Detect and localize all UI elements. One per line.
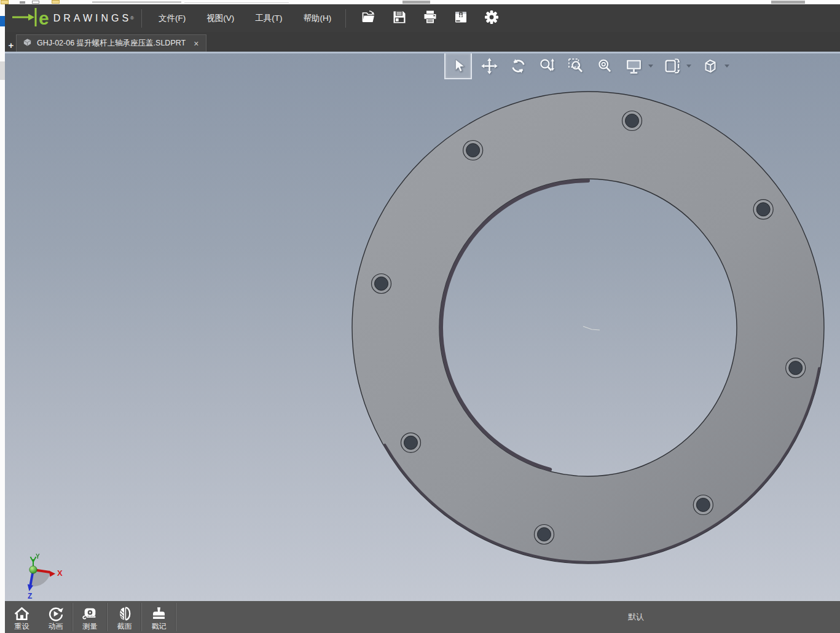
animation-icon — [47, 605, 64, 622]
select-arrow-tool-button[interactable] — [444, 53, 472, 79]
print-button[interactable] — [421, 9, 439, 28]
print-icon — [423, 10, 438, 27]
bottom-tool-section[interactable]: 截面 — [108, 601, 141, 633]
named-views-dropdown-arrow[interactable] — [685, 53, 693, 79]
background-window-fragment — [32, 1, 39, 4]
publish-icon — [453, 10, 468, 27]
bottom-tool-animation[interactable]: 动画 — [39, 601, 73, 633]
bolt-hole — [789, 361, 803, 375]
zoom-area-icon — [567, 57, 585, 75]
bolt-hole — [626, 114, 639, 128]
chevron-down-icon — [648, 65, 653, 68]
menu-view[interactable]: 视图(V) — [196, 4, 245, 32]
bottom-tool-label: 测量 — [83, 623, 98, 631]
menu-file[interactable]: 文件(F) — [148, 4, 196, 32]
background-window-fragment — [771, 1, 805, 4]
bolt-hole — [756, 203, 770, 216]
menu-separator — [345, 9, 346, 28]
bottom-tool-measure[interactable]: 测量 — [73, 601, 107, 633]
view-cube-dropdown-arrow[interactable] — [723, 53, 731, 79]
logo-arrow-icon — [11, 7, 38, 30]
background-window-fragment — [0, 16, 5, 26]
background-window-fragment — [52, 0, 60, 4]
bottom-tool-label: 动画 — [49, 623, 63, 631]
bottom-tool-label: 重设 — [15, 623, 29, 631]
zoom-in-out-icon — [538, 57, 556, 75]
edrawings-logo: e DRAWINGS ® — [11, 4, 134, 32]
bolt-hole — [466, 143, 480, 157]
background-window-fragment — [402, 1, 430, 4]
tab-bar: + GHJ-02-06 提升螺杆上轴承座压盖.SLDPRT × — [5, 32, 840, 52]
screen: e DRAWINGS ® 文件(F)视图(V)工具(T)帮助(H) + GHJ-… — [0, 0, 840, 633]
view-cube-icon — [701, 57, 719, 75]
fullscreen-dropdown-arrow[interactable] — [646, 53, 655, 79]
bottom-tool-reset[interactable]: 重设 — [5, 601, 39, 633]
background-window-left-strip — [0, 4, 5, 633]
part-canvas[interactable] — [5, 53, 840, 601]
configuration-label: 默认 — [628, 601, 644, 633]
open-button[interactable] — [359, 9, 378, 28]
viewport[interactable]: X Z Y — [5, 53, 840, 601]
bottom-tool-stamp[interactable]: 戳记 — [142, 601, 176, 633]
edrawings-window: e DRAWINGS ® 文件(F)视图(V)工具(T)帮助(H) + GHJ-… — [5, 4, 840, 633]
save-icon — [392, 10, 407, 27]
triad-x-label: X — [57, 568, 63, 578]
main-menus: 文件(F)视图(V)工具(T)帮助(H) — [148, 4, 342, 32]
save-button[interactable] — [390, 9, 409, 28]
menu-tools[interactable]: 工具(T) — [245, 4, 292, 32]
document-tab[interactable]: GHJ-02-06 提升螺杆上轴承座压盖.SLDPRT × — [16, 34, 206, 52]
named-views-icon — [663, 57, 681, 75]
part-icon — [22, 37, 33, 50]
new-tab-button[interactable]: + — [6, 39, 16, 50]
chevron-down-icon — [686, 65, 691, 68]
reset-home-icon — [14, 605, 30, 622]
logo-e: e — [39, 9, 49, 28]
background-window-fragment — [1, 0, 9, 4]
bolt-hole — [375, 277, 388, 290]
pan-icon — [481, 57, 498, 75]
tab-close-icon[interactable]: × — [194, 39, 198, 48]
menu-separator — [141, 9, 142, 28]
chevron-down-icon — [724, 65, 729, 68]
view-cube-tool-button[interactable] — [697, 53, 722, 79]
background-window-fragment — [20, 1, 25, 4]
rotate-tool-button[interactable] — [506, 53, 530, 79]
logo-brand-name: DRAWINGS — [53, 13, 131, 24]
bottom-toolbar-items: 重设动画测量截面戳记 — [5, 601, 176, 633]
bottom-toolbar-separator — [176, 603, 176, 631]
menu-help[interactable]: 帮助(H) — [293, 4, 342, 32]
background-window-fragment — [92, 1, 181, 3]
settings-gear-button[interactable] — [482, 9, 501, 28]
fullscreen-icon — [625, 57, 643, 75]
publish-button[interactable] — [452, 9, 470, 28]
tab-title: GHJ-02-06 提升螺杆上轴承座压盖.SLDPRT — [37, 38, 186, 49]
triad-x-arrow — [49, 571, 55, 577]
section-icon — [116, 605, 133, 622]
settings-gear-icon — [484, 10, 499, 27]
bolt-hole — [696, 498, 710, 512]
background-window-fragment — [184, 2, 289, 3]
triad-y-label: Y — [36, 553, 40, 560]
triad-z-label: Z — [28, 592, 32, 600]
zoom-in-out-tool-button[interactable] — [535, 53, 559, 79]
bolt-hole — [537, 527, 551, 541]
origin-mark — [583, 326, 600, 330]
zoom-fit-tool-button[interactable] — [592, 53, 617, 79]
zoom-fit-icon — [596, 57, 614, 75]
bottom-tool-label: 戳记 — [152, 623, 167, 631]
named-views-tool-button[interactable] — [659, 53, 684, 79]
background-window-fragment — [0, 61, 5, 80]
open-icon — [361, 10, 376, 27]
stamp-icon — [151, 605, 167, 622]
logo-registered-mark: ® — [130, 15, 134, 21]
fullscreen-tool-button[interactable] — [621, 53, 646, 79]
bottom-toolbar: 重设动画测量截面戳记 默认 — [5, 601, 840, 633]
pan-tool-button[interactable] — [477, 53, 501, 79]
bottom-tool-label: 截面 — [117, 623, 132, 631]
quick-toolbar — [359, 9, 501, 28]
orientation-triad: X Z Y — [22, 551, 71, 601]
bolt-hole — [404, 436, 417, 449]
select-arrow-icon — [449, 57, 467, 75]
zoom-area-tool-button[interactable] — [563, 53, 588, 79]
background-window-sliver — [0, 0, 840, 4]
